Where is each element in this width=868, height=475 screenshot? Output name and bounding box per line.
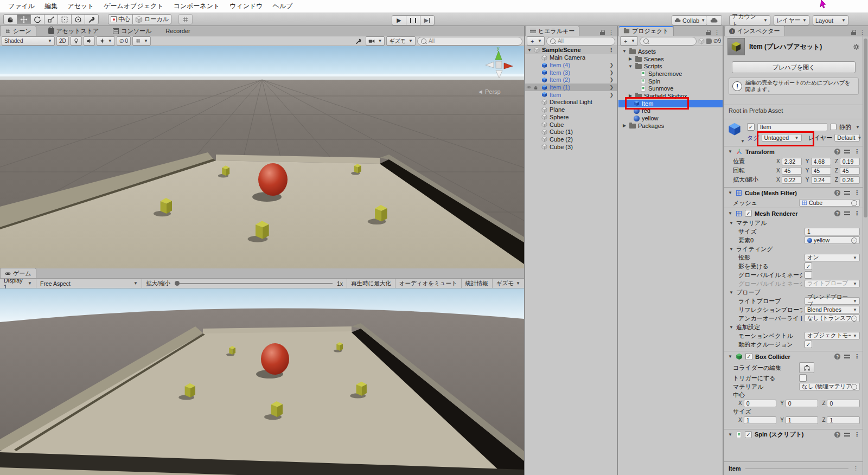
scene-gizmos-dropdown[interactable]: ギズモ▼: [386, 36, 416, 46]
help-icon[interactable]: ?: [834, 354, 840, 360]
project-item-sunmove[interactable]: Sunmove: [618, 85, 723, 92]
hierarchy-search-input[interactable]: [558, 38, 611, 44]
component-menu-icon[interactable]: ⋮: [854, 148, 860, 155]
menu-assets[interactable]: アセット: [62, 0, 99, 12]
rotation-x-field[interactable]: [782, 167, 802, 175]
tag-dropdown[interactable]: Untagged▼: [762, 134, 802, 142]
game-gizmos-dropdown[interactable]: ギズモ▼: [492, 279, 524, 288]
lock-icon[interactable]: [706, 30, 711, 35]
inspector-menu-icon[interactable]: ⋮: [859, 29, 865, 36]
scale-tool-button[interactable]: [44, 14, 58, 24]
hierarchy-item-1[interactable]: Item (1)❯: [525, 84, 617, 91]
custom-tool-button[interactable]: [85, 14, 99, 24]
project-item-spin[interactable]: Spin: [618, 78, 723, 85]
display-dropdown[interactable]: Display 1▼: [0, 279, 36, 288]
scene-camera-dropdown[interactable]: ▼: [366, 36, 385, 46]
project-item-starfield-skybox[interactable]: ▶Starfield Skybox: [618, 92, 723, 100]
lock-icon[interactable]: [600, 30, 605, 35]
collab-button[interactable]: Collab▼: [672, 15, 708, 25]
expand-arrow[interactable]: ❯: [609, 62, 614, 68]
game-viewport[interactable]: [0, 288, 524, 475]
tab-game[interactable]: ゲーム: [0, 268, 36, 278]
mesh-renderer-header[interactable]: ▼ ✓ Mesh Renderer ?⋮: [724, 208, 863, 219]
reflection-probes-dropdown[interactable]: Blend Probes▼: [805, 306, 860, 313]
open-prefab-button[interactable]: プレハブを開く: [732, 61, 856, 73]
object-picker-icon[interactable]: ·: [851, 384, 857, 390]
project-hidden-count[interactable]: ∅9: [713, 38, 721, 44]
name-field[interactable]: [757, 123, 827, 131]
active-checkbox[interactable]: ✓: [747, 123, 755, 131]
hierarchy-search[interactable]: [546, 37, 615, 46]
help-icon[interactable]: ?: [834, 190, 840, 196]
pause-button[interactable]: [406, 15, 420, 25]
expand-arrow[interactable]: ❯: [609, 85, 614, 90]
picking-icon[interactable]: [533, 85, 538, 90]
hand-tool-button[interactable]: [3, 14, 17, 24]
tab-console[interactable]: コンソール: [108, 26, 156, 36]
gear-icon[interactable]: [853, 43, 860, 50]
hierarchy-item-directional-light[interactable]: Directional Light: [525, 99, 617, 106]
position-z-field[interactable]: [840, 158, 860, 165]
size-y-field[interactable]: [786, 416, 819, 424]
visibility-eye-icon[interactable]: [526, 85, 532, 90]
scene-search-input[interactable]: [429, 38, 519, 44]
hierarchy-item-3[interactable]: Item (3)❯: [525, 69, 617, 76]
menu-edit[interactable]: 編集: [40, 0, 62, 12]
move-tool-button[interactable]: [17, 14, 31, 24]
inspector-scrollbar[interactable]: [863, 36, 868, 475]
project-search-input[interactable]: [651, 38, 693, 44]
mesh-object-field[interactable]: Cube ·: [799, 199, 860, 207]
scale-x-field[interactable]: [782, 176, 802, 184]
expand-arrow[interactable]: ❯: [609, 77, 614, 82]
preview-menu-icon[interactable]: ⋮: [853, 465, 859, 472]
mute-audio-button[interactable]: オーディオをミュート: [395, 279, 461, 288]
additional-settings-foldout[interactable]: ▼追加設定: [724, 323, 863, 331]
inspector-scroll-thumb[interactable]: [864, 38, 867, 217]
hierarchy-create-button[interactable]: ＋▼: [527, 36, 545, 46]
search-by-label-icon[interactable]: [706, 38, 712, 44]
gi-checkbox[interactable]: [805, 271, 812, 279]
object-picker-icon[interactable]: ·: [851, 238, 857, 243]
tab-project[interactable]: プロジェクト: [618, 25, 674, 36]
rotation-z-field[interactable]: [840, 167, 860, 175]
scene-grid-dropdown[interactable]: ▼: [132, 36, 151, 46]
tab-hierarchy[interactable]: ヒエラルキー: [525, 25, 579, 36]
hierarchy-item-plane[interactable]: Plane: [525, 106, 617, 113]
help-icon[interactable]: ?: [834, 149, 840, 155]
project-item-item[interactable]: Item: [618, 100, 723, 107]
project-item-assets[interactable]: ▼Assets: [618, 48, 723, 55]
pivot-toggle-button[interactable]: 中心: [108, 14, 133, 24]
is-trigger-checkbox[interactable]: [799, 374, 807, 382]
spin-script-header[interactable]: ▼ ✓ Spin (スクリプト) ?⋮: [724, 429, 863, 440]
expand-arrow[interactable]: ❯: [609, 92, 614, 98]
transform-tool-button[interactable]: [71, 14, 85, 24]
rotation-y-field[interactable]: [811, 167, 831, 175]
scene-effects-dropdown[interactable]: ▼: [97, 36, 115, 46]
splitter-hierarchy-project[interactable]: [617, 26, 618, 475]
project-item-spheremove[interactable]: Spheremove: [618, 70, 723, 78]
lock-icon[interactable]: [851, 30, 856, 35]
help-icon[interactable]: ?: [834, 210, 840, 216]
project-create-button[interactable]: ＋▼: [620, 36, 638, 46]
maximize-on-play-button[interactable]: 再生時に最大化: [347, 279, 395, 288]
rect-tool-button[interactable]: [58, 14, 72, 24]
hierarchy-item-cube-3[interactable]: Cube (3): [525, 143, 617, 151]
menu-window[interactable]: ウィンドウ: [225, 0, 267, 12]
project-search[interactable]: [640, 37, 697, 46]
hierarchy-scene-row[interactable]: ▼ SampleScene ⋮: [525, 46, 617, 54]
preset-icon[interactable]: [844, 211, 850, 216]
expand-arrow[interactable]: ❯: [609, 70, 614, 75]
preset-icon[interactable]: [844, 149, 850, 154]
scene-lighting-toggle[interactable]: [71, 36, 82, 46]
receive-shadows-checkbox[interactable]: ✓: [805, 262, 812, 270]
layout-dropdown[interactable]: Layout▼: [813, 15, 848, 25]
scene-search[interactable]: [417, 37, 522, 46]
anchor-override-field[interactable]: なし (トランスフォーム) ·: [805, 314, 860, 322]
transform-header[interactable]: ▼ Transform ?⋮: [724, 146, 863, 157]
scale-y-field[interactable]: [811, 176, 831, 184]
tab-inspector[interactable]: i インスペクター: [724, 25, 785, 36]
step-button[interactable]: ▶: [420, 15, 435, 25]
hierarchy-item-cube-2[interactable]: Cube (2): [525, 136, 617, 143]
tab-recorder[interactable]: Recorder: [161, 26, 194, 36]
menu-gameobject[interactable]: ゲームオブジェクト: [99, 0, 168, 12]
